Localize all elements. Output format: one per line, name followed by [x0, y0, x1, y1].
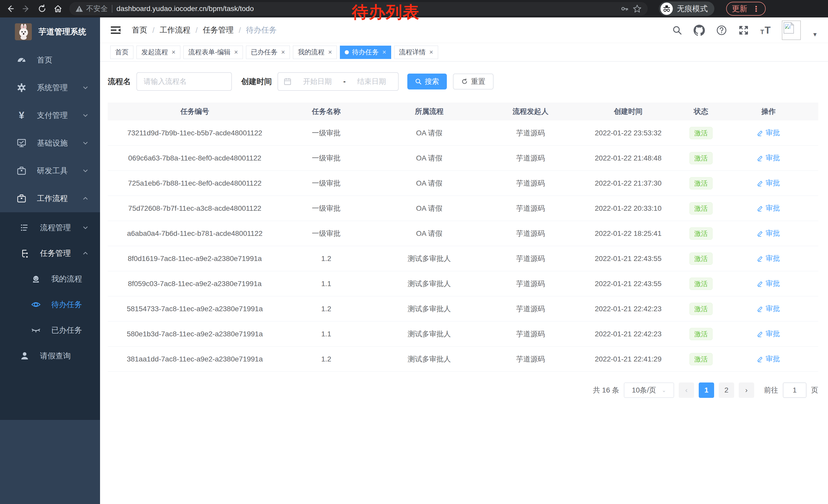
- tab[interactable]: 已办任务 ×: [246, 46, 290, 59]
- approve-link[interactable]: 审批: [757, 153, 780, 163]
- approve-link-label: 审批: [766, 254, 780, 263]
- edit-pencil-icon: [757, 255, 763, 262]
- tab-close-icon[interactable]: ×: [382, 48, 386, 56]
- tab-close-icon[interactable]: ×: [172, 48, 175, 56]
- sidebar-item-leave-query[interactable]: 请假查询: [0, 343, 100, 369]
- prev-page-button[interactable]: ‹: [679, 382, 694, 398]
- page-button-2[interactable]: 2: [719, 382, 734, 398]
- tab[interactable]: 发起流程 ×: [136, 46, 180, 59]
- process-name-input[interactable]: [136, 72, 232, 91]
- table-row: 73211d9d-7b9b-11ec-b5b7-acde48001122 一级审…: [108, 121, 818, 146]
- tab-close-icon[interactable]: ×: [328, 48, 332, 56]
- edit-pencil-icon: [757, 305, 763, 312]
- cell-created: 2022-01-21 22:43:55: [573, 280, 683, 288]
- task-tree-icon: [19, 248, 30, 259]
- fullscreen-icon[interactable]: [738, 25, 749, 36]
- bookmark-star-icon[interactable]: [633, 4, 641, 13]
- avatar-caret-icon[interactable]: ▼: [812, 31, 818, 38]
- breadcrumb-task-mgmt[interactable]: 任务管理: [203, 25, 234, 35]
- incognito-badge: 无痕模式: [659, 2, 714, 16]
- password-key-icon[interactable]: [620, 5, 629, 13]
- approve-link[interactable]: 审批: [757, 228, 780, 238]
- approve-link[interactable]: 审批: [757, 203, 780, 213]
- cell-task-name: 一级审批: [282, 153, 371, 163]
- cell-task-id: 381aa1dd-7ac8-11ec-a9e2-a2380e71991a: [108, 355, 282, 363]
- security-warning[interactable]: 不安全: [75, 4, 108, 13]
- reset-button[interactable]: 重置: [453, 74, 494, 89]
- tab-close-icon[interactable]: ×: [281, 48, 285, 56]
- sidebar-item-process-mgmt[interactable]: 流程管理: [0, 215, 100, 240]
- edit-pencil-icon: [757, 330, 763, 337]
- sidebar-item-task-mgmt[interactable]: 任务管理: [0, 240, 100, 266]
- sidebar-item-label: 请假查询: [40, 351, 71, 361]
- date-range-picker[interactable]: 开始日期 - 结束日期: [278, 72, 399, 91]
- approve-link[interactable]: 审批: [757, 329, 780, 339]
- approve-link[interactable]: 审批: [757, 254, 780, 263]
- sidebar-item-infra[interactable]: 基础设施: [0, 129, 100, 157]
- tab[interactable]: 流程表单-编辑 ×: [183, 46, 243, 59]
- search-button[interactable]: 搜索: [407, 74, 447, 89]
- logo-row[interactable]: 芋道管理系统: [0, 17, 100, 46]
- approve-link-label: 审批: [766, 178, 780, 188]
- cell-created: 2022-01-22 18:25:41: [573, 229, 683, 238]
- tab[interactable]: 待办任务 ×: [340, 46, 391, 59]
- sidebar-item-my-process[interactable]: 我的流程: [0, 266, 100, 292]
- sidebar-item-home[interactable]: 首页: [0, 46, 100, 74]
- search-icon[interactable]: [672, 25, 682, 35]
- approve-link[interactable]: 审批: [757, 354, 780, 364]
- sidebar-item-label: 基础设施: [37, 138, 68, 148]
- start-date-placeholder[interactable]: 开始日期: [296, 77, 338, 86]
- tab[interactable]: 首页 ×: [110, 46, 133, 59]
- approve-link[interactable]: 审批: [757, 304, 780, 314]
- tab[interactable]: 我的流程 ×: [293, 46, 337, 59]
- cell-task-name: 1.2: [282, 355, 371, 363]
- page-size-select[interactable]: 10条/页 ⌄: [624, 382, 674, 398]
- breadcrumb: 首页 / 工作流程 / 任务管理 / 待办任务: [132, 25, 277, 35]
- sidebar-item-devtools[interactable]: 研发工具: [0, 157, 100, 185]
- page-button-1[interactable]: 1: [699, 382, 714, 398]
- home-icon[interactable]: [53, 4, 63, 13]
- cell-process: OA 请假: [371, 128, 488, 138]
- reload-icon[interactable]: [37, 4, 47, 13]
- approve-link[interactable]: 审批: [757, 178, 780, 188]
- cell-starter: 芋道源码: [488, 279, 573, 289]
- tab-close-icon[interactable]: ×: [234, 48, 238, 56]
- sidebar-item-payment[interactable]: ¥ 支付管理: [0, 101, 100, 129]
- back-icon[interactable]: [6, 4, 15, 13]
- browser-menu-icon[interactable]: ⋮: [752, 4, 760, 13]
- calendar-icon: [284, 78, 291, 85]
- next-page-button[interactable]: ›: [739, 382, 754, 398]
- tab[interactable]: 流程详情 ×: [394, 46, 438, 59]
- goto-page-input[interactable]: [783, 382, 806, 398]
- sidebar-item-label: 任务管理: [40, 248, 71, 259]
- github-icon[interactable]: [694, 25, 705, 36]
- end-date-placeholder[interactable]: 结束日期: [351, 77, 392, 86]
- font-size-icon[interactable]: TT: [760, 26, 771, 35]
- update-button[interactable]: 更新 ⋮: [726, 2, 766, 16]
- cell-process: OA 请假: [371, 153, 488, 163]
- active-dot-icon: [345, 50, 349, 54]
- forward-icon[interactable]: [22, 4, 31, 13]
- cell-action: 审批: [719, 128, 818, 138]
- approve-link[interactable]: 审批: [757, 128, 780, 138]
- table-row: 8f0d1619-7ac8-11ec-a9e2-a2380e71991a 1.2…: [108, 246, 818, 271]
- sidebar-item-todo-tasks[interactable]: 待办任务: [0, 292, 100, 317]
- edit-pencil-icon: [757, 130, 763, 136]
- sidebar-item-workflow[interactable]: 工作流程: [0, 185, 100, 212]
- avatar[interactable]: [782, 20, 801, 40]
- tab-close-icon[interactable]: ×: [429, 48, 433, 56]
- cell-task-name: 1.2: [282, 255, 371, 263]
- process-list-icon: [19, 223, 30, 233]
- workflow-submenu: 流程管理 任务管理 我的流程 待办任务 已办任务: [0, 212, 100, 420]
- breadcrumb-home[interactable]: 首页: [132, 25, 147, 35]
- approve-link-label: 审批: [766, 354, 780, 364]
- breadcrumb-workflow[interactable]: 工作流程: [160, 25, 190, 35]
- cell-action: 审批: [719, 329, 818, 339]
- refresh-icon: [461, 78, 468, 85]
- approve-link[interactable]: 审批: [757, 279, 780, 288]
- help-icon[interactable]: [716, 25, 727, 36]
- sidebar-item-system[interactable]: 系统管理: [0, 74, 100, 101]
- sidebar-collapse-icon[interactable]: [110, 25, 121, 35]
- tab-label: 流程详情: [399, 48, 426, 57]
- sidebar-item-done-tasks[interactable]: 已办任务: [0, 317, 100, 343]
